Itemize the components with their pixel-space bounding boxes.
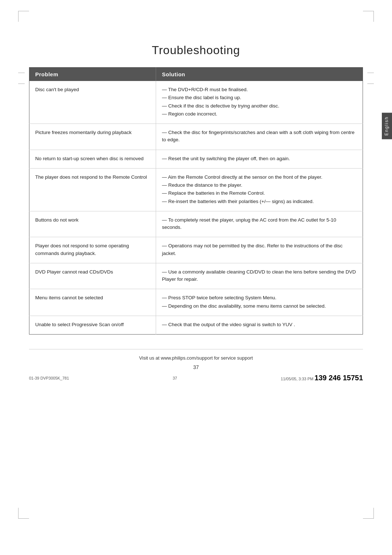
bottom-center-text: 37 [173, 376, 177, 380]
side-mark-left-top [18, 73, 25, 73]
problem-cell: No return to start-up screen when disc i… [29, 150, 156, 168]
corner-mark-br [363, 508, 374, 519]
table-row: Buttons do not work— To completely reset… [29, 211, 363, 237]
table-row: Unable to select Progressive Scan on/off… [29, 316, 363, 334]
problem-cell: Disc can't be played [29, 81, 156, 124]
solution-item: — Reset the unit by switching the player… [162, 155, 357, 162]
page-container: English Troubleshooting Problem Solution… [0, 0, 392, 555]
solution-cell: — Operations may not be permitted by the… [156, 237, 363, 263]
solution-item: — Check if the disc is defective by tryi… [162, 102, 357, 110]
solution-item: — Use a commonly available cleaning CD/D… [162, 268, 357, 283]
solution-cell: — Aim the Remote Control directly at the… [156, 168, 363, 211]
solution-item: — Ensure the disc label is facing up. [162, 94, 357, 101]
corner-mark-tr [363, 11, 374, 22]
header-solution: Solution [156, 68, 363, 81]
solution-item: — Re-insert the batteries with their pol… [162, 198, 357, 205]
table-row: Picture freezes momentarily during playb… [29, 124, 363, 150]
troubleshooting-table: Problem Solution Disc can't be played— T… [29, 67, 363, 335]
solution-cell: — To completely reset the player, unplug… [156, 211, 363, 237]
solution-item: — Aim the Remote Control directly at the… [162, 174, 357, 181]
solution-item: — Region code incorrect. [162, 110, 357, 118]
bottom-footer-bar: 01-39 DVP3005K_781 37 11/05/05, 3:33 PM … [29, 374, 363, 382]
table-header-row: Problem Solution [29, 68, 363, 81]
corner-mark-tl [18, 11, 29, 22]
bottom-left-text: 01-39 DVP3005K_781 [29, 376, 69, 380]
solution-item: — Replace the batteries in the Remote Co… [162, 190, 357, 197]
solution-item: — The DVD+R/CD-R must be finalised. [162, 86, 357, 93]
english-tab: English [382, 113, 392, 139]
problem-cell: Picture freezes momentarily during playb… [29, 124, 156, 150]
side-mark-right-bottom [367, 84, 374, 84]
solution-item: — Reduce the distance to the player. [162, 182, 357, 189]
side-mark-right-top [367, 73, 374, 73]
solution-cell: — Reset the unit by switching the player… [156, 150, 363, 168]
solution-cell: — Check the disc for fingerprints/scratc… [156, 124, 363, 150]
corner-mark-bl [18, 508, 29, 519]
table-row: DVD Player cannot read CDs/DVDs— Use a c… [29, 263, 363, 289]
page-title: Troubleshooting [29, 44, 363, 57]
page-number: 37 [29, 364, 363, 370]
solution-cell: — Check that the output of the video sig… [156, 316, 363, 334]
problem-cell: DVD Player cannot read CDs/DVDs [29, 263, 156, 289]
problem-cell: Unable to select Progressive Scan on/off [29, 316, 156, 334]
problem-cell: Menu items cannot be selected [29, 289, 156, 316]
solution-item: — Check the disc for fingerprints/scratc… [162, 129, 357, 144]
bottom-date-text: 11/05/05, 3:33 PM 139 246 15751 [281, 374, 363, 382]
table-row: Player does not respond to some operatin… [29, 237, 363, 263]
solution-item: — To completely reset the player, unplug… [162, 216, 357, 231]
footer-visit: Visit us at www.philips.com/support for … [29, 349, 363, 361]
problem-cell: Player does not respond to some operatin… [29, 237, 156, 263]
solution-item: — Operations may not be permitted by the… [162, 242, 357, 257]
table-row: No return to start-up screen when disc i… [29, 150, 363, 168]
problem-cell: The player does not respond to the Remot… [29, 168, 156, 211]
solution-cell: — Press STOP twice before selecting Syst… [156, 289, 363, 316]
side-mark-left-bottom [18, 84, 25, 84]
problem-cell: Buttons do not work [29, 211, 156, 237]
table-row: The player does not respond to the Remot… [29, 168, 363, 211]
solution-item: — Check that the output of the video sig… [162, 321, 357, 328]
solution-item: — Press STOP twice before selecting Syst… [162, 294, 357, 301]
table-row: Menu items cannot be selected— Press STO… [29, 289, 363, 316]
solution-cell: — Use a commonly available cleaning CD/D… [156, 263, 363, 289]
table-row: Disc can't be played— The DVD+R/CD-R mus… [29, 81, 363, 124]
header-problem: Problem [29, 68, 156, 81]
bottom-right-number: 139 246 15751 [315, 374, 363, 382]
solution-item: — Depending on the disc availability, so… [162, 303, 357, 310]
solution-cell: — The DVD+R/CD-R must be finalised.— Ens… [156, 81, 363, 124]
